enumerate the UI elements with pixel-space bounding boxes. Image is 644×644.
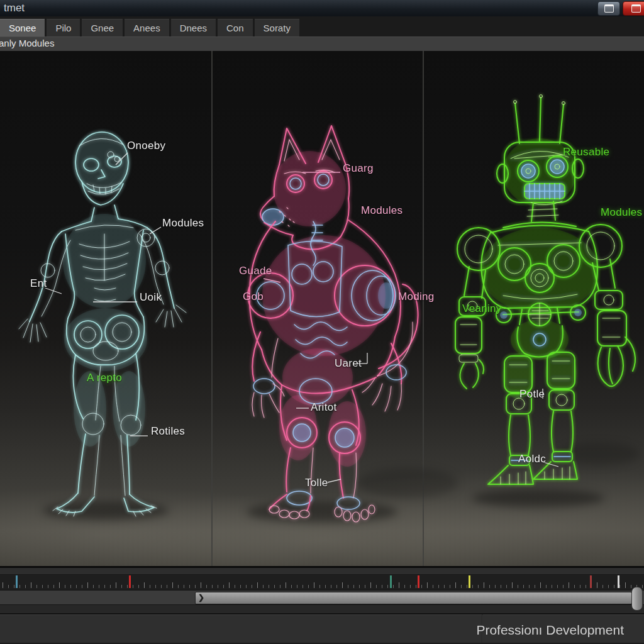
application-window: tmet SoneePiloGneeAneesDneesConSoraty an… (0, 0, 644, 644)
ruler-tick (353, 585, 354, 588)
panel-divider (423, 51, 424, 566)
ruler-tick (416, 585, 416, 588)
timeline-scrollbar-thumb[interactable]: ❯ (195, 592, 632, 604)
tab-gnee[interactable]: Gnee (82, 19, 123, 36)
timeline-bottom-strip (0, 604, 644, 614)
ruler-tick (240, 585, 241, 588)
tab-soraty[interactable]: Soraty (255, 19, 299, 36)
ruler-tick (574, 585, 575, 588)
ruler-tick (625, 582, 626, 588)
close-window-icon (631, 4, 641, 13)
tab-con[interactable]: Con (218, 19, 253, 36)
ruler-tick (8, 585, 9, 588)
ruler-tick (342, 582, 343, 588)
scrollbar-arrow-icon: ❯ (198, 593, 204, 602)
ruler-tick (495, 585, 496, 588)
ruler-tick (104, 585, 105, 588)
ruler-tick (631, 585, 631, 588)
ruler-tick (172, 582, 173, 588)
ruler-tick (399, 582, 399, 588)
ruler-tick (93, 585, 94, 588)
ruler-tick (376, 585, 377, 588)
ruler-tick (382, 585, 382, 588)
ruler-tick (325, 585, 326, 588)
ruler-tick (557, 585, 558, 588)
timeline-marker[interactable] (469, 575, 470, 588)
ruler-tick (19, 585, 20, 588)
viewport-panel-dog[interactable] (213, 51, 423, 566)
ruler-tick (235, 585, 235, 588)
ruler-tick (3, 582, 3, 588)
ruler-tick (161, 585, 162, 588)
modules-toolbar: anly Modules (0, 36, 644, 52)
vertical-scrollbar-endpiece[interactable] (631, 587, 643, 611)
ruler-tick (586, 585, 586, 588)
timeline-marker[interactable] (590, 575, 592, 588)
ruler-tick (472, 585, 473, 588)
ruler-tick (461, 585, 462, 588)
ruler-tick (274, 585, 275, 588)
ruler-tick (387, 585, 388, 588)
ruler-tick (506, 585, 507, 588)
timeline-ruler[interactable] (0, 575, 644, 590)
ruler-tick (189, 585, 190, 588)
ruler-tick (82, 585, 82, 588)
timeline-marker[interactable] (618, 575, 619, 588)
ruler-tick (308, 585, 309, 588)
ruler-tick (563, 585, 564, 588)
viewport-3d (0, 51, 644, 566)
ruler-tick (116, 582, 116, 588)
ruler-tick (269, 585, 269, 588)
ruler-tick (184, 585, 184, 588)
tab-anees[interactable]: Anees (125, 19, 169, 36)
timeline-marker[interactable] (390, 575, 392, 588)
restore-button[interactable] (597, 1, 620, 16)
ruler-tick (529, 585, 530, 588)
timeline-scrollbar-track[interactable]: ❯ (0, 590, 644, 606)
ruler-tick (76, 585, 77, 588)
ruler-tick (404, 585, 405, 588)
ruler-tick (552, 585, 552, 588)
ruler-tick (286, 582, 286, 588)
ruler-tick (223, 585, 224, 588)
ruler-tick (53, 585, 54, 588)
tab-bar: SoneePiloGneeAneesDneesConSoraty (0, 16, 644, 37)
title-bar: tmet (0, 0, 644, 17)
ruler-tick (70, 585, 71, 588)
ruler-tick (438, 585, 439, 588)
ruler-tick (370, 582, 371, 588)
ruler-tick (467, 585, 467, 588)
ruler-tick (280, 585, 280, 588)
timeline-marker[interactable] (16, 575, 18, 588)
tab-pilo[interactable]: Pilo (47, 19, 80, 36)
viewport-panel-robot[interactable] (424, 51, 644, 566)
panel-divider (211, 51, 213, 566)
ruler-tick (569, 582, 569, 588)
ruler-tick (127, 585, 128, 588)
ruler-tick (489, 585, 490, 588)
ruler-tick (65, 585, 65, 588)
ruler-tick (99, 585, 99, 588)
tab-sonee[interactable]: Sonee (0, 19, 45, 36)
timeline-marker[interactable] (418, 575, 419, 588)
window-controls (597, 1, 644, 16)
ruler-tick (59, 582, 60, 588)
ruler-tick (206, 585, 207, 588)
tab-dnees[interactable]: Dnees (171, 19, 216, 36)
ruler-tick (314, 582, 314, 588)
ruler-tick (455, 582, 456, 588)
ruler-tick (229, 582, 230, 588)
ruler-tick (450, 585, 450, 588)
ruler-tick (484, 582, 484, 588)
ruler-tick (167, 585, 167, 588)
ruler-tick (597, 582, 597, 588)
viewport-panel-human[interactable] (0, 51, 211, 566)
ruler-tick (608, 585, 609, 588)
ruler-tick (36, 585, 37, 588)
status-bar: Professionı Development (0, 613, 644, 644)
ruler-tick (303, 585, 303, 588)
ruler-tick (348, 585, 348, 588)
close-button[interactable] (623, 1, 644, 16)
timeline-marker[interactable] (129, 575, 131, 588)
ruler-tick (580, 585, 580, 588)
